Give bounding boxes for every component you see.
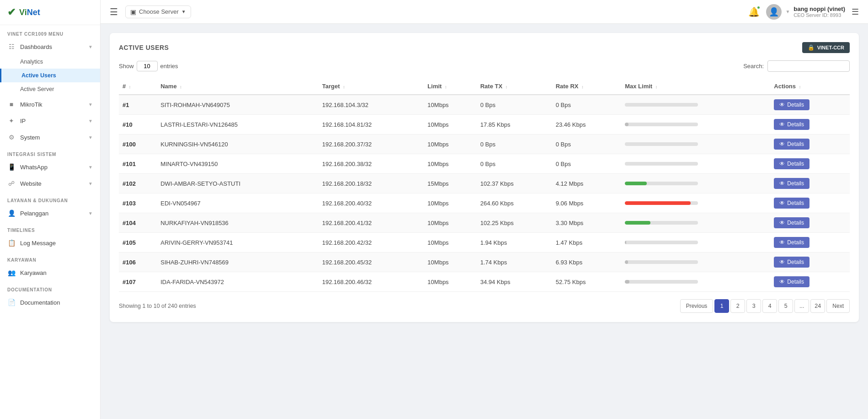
- page-btn-5[interactable]: 5: [778, 299, 793, 313]
- table-row: #105 ARIVIN-GERRY-VN953741 192.168.200.4…: [119, 233, 850, 252]
- progress-bar-container: [625, 162, 698, 166]
- next-button[interactable]: Next: [826, 299, 850, 313]
- chevron-user-icon: ▼: [785, 9, 790, 14]
- details-button[interactable]: 👁 Details: [774, 237, 809, 248]
- website-label: Website: [20, 180, 42, 187]
- sidebar-item-whatsapp[interactable]: 📱 WhatsApp ▼: [0, 159, 100, 175]
- cell-actions: 👁 Details: [770, 272, 850, 292]
- eye-icon: 👁: [779, 200, 785, 206]
- cell-limit: 10Mbps: [424, 193, 476, 213]
- col-limit: Limit ↕: [424, 78, 476, 95]
- sidebar-item-pelanggan[interactable]: 👤 Pelanggan ▼: [0, 205, 100, 221]
- integrasi-section-label: INTEGRASI SISTEM: [0, 145, 100, 159]
- hamburger-icon[interactable]: ☰: [110, 6, 118, 17]
- pagination-row: Showing 1 to 10 of 240 entries Previous1…: [119, 299, 850, 313]
- topnav-left: ☰ ▣ Choose Server ▼: [110, 5, 191, 18]
- details-button[interactable]: 👁 Details: [774, 158, 809, 169]
- cell-num: #103: [119, 193, 157, 213]
- sidebar-item-documentation[interactable]: 📄 Documentation: [0, 294, 100, 311]
- table-row: #106 SIHAB-ZUHRI-VN748569 192.168.200.45…: [119, 252, 850, 272]
- cell-actions: 👁 Details: [770, 174, 850, 193]
- sidebar-item-system[interactable]: ⚙ System ▼: [0, 129, 100, 145]
- progress-bar-container: [625, 280, 698, 284]
- details-button[interactable]: 👁 Details: [774, 99, 809, 110]
- pelanggan-icon: 👤: [7, 209, 16, 217]
- progress-bar-fill: [625, 123, 628, 126]
- details-button[interactable]: 👁 Details: [774, 198, 809, 209]
- table-row: #104 NURKAFIYAH-VN918536 192.168.200.41/…: [119, 213, 850, 233]
- page-btn-4[interactable]: 4: [762, 299, 777, 313]
- chevron-down-icon-7: ▼: [88, 211, 93, 216]
- col-rate-rx: Rate RX ↕: [552, 78, 622, 95]
- col-name: Name ↕: [157, 78, 319, 95]
- details-button[interactable]: 👁 Details: [774, 178, 809, 189]
- details-button[interactable]: 👁 Details: [774, 119, 809, 130]
- ip-icon: ✦: [7, 117, 16, 125]
- cell-limit: 10Mbps: [424, 272, 476, 292]
- cell-max-limit: [621, 154, 770, 174]
- chevron-down-icon-2: ▼: [88, 102, 93, 107]
- details-button[interactable]: 👁 Details: [774, 257, 809, 268]
- badge-label: VINET-CCR: [817, 45, 844, 50]
- choose-server-dropdown[interactable]: ▣ Choose Server ▼: [125, 5, 191, 18]
- cell-name: LASTRI-LESTARI-VN126485: [157, 115, 319, 134]
- chevron-down-icon-4: ▼: [88, 135, 93, 140]
- documentation-label: Documentation: [20, 299, 60, 306]
- sidebar-item-dashboards[interactable]: ☷ Dashboards ▼: [0, 38, 100, 55]
- website-icon: ☍: [7, 179, 16, 188]
- page-btn-1[interactable]: 1: [714, 299, 729, 313]
- cell-rate-tx: 102.37 Kbps: [477, 174, 552, 193]
- entries-input[interactable]: [137, 61, 158, 71]
- page-btn-3[interactable]: 3: [746, 299, 761, 313]
- sidebar-item-analytics[interactable]: Analytics: [0, 55, 100, 69]
- page-title: ACTIVE USERS: [119, 44, 169, 51]
- cell-limit: 10Mbps: [424, 115, 476, 134]
- user-info[interactable]: 👤 ▼ bang noppi (vinet) CEO Server ID: 89…: [766, 4, 845, 20]
- table-controls: Show entries Search:: [119, 60, 850, 72]
- cell-rate-tx: 264.60 Kbps: [477, 193, 552, 213]
- more-menu-icon[interactable]: ☰: [852, 7, 859, 17]
- page-btn-24[interactable]: 24: [810, 299, 825, 313]
- cell-rate-rx: 1.47 Kbps: [552, 233, 622, 252]
- table-header: # ↕ Name ↕ Target ↕ Limit ↕ Rate TX ↕ Ra…: [119, 78, 850, 95]
- cell-name: MINARTO-VN439150: [157, 154, 319, 174]
- previous-button[interactable]: Previous: [680, 299, 714, 313]
- sidebar-item-log-message[interactable]: 📋 Log Message: [0, 235, 100, 251]
- page-content: ACTIVE USERS 🔒 VINET-CCR Show entries Se…: [101, 24, 868, 419]
- logo-vi-icon: ✔: [7, 6, 16, 18]
- card-header: ACTIVE USERS 🔒 VINET-CCR: [119, 42, 850, 53]
- progress-bar-container: [625, 103, 698, 107]
- cell-target: 192.168.200.40/32: [319, 193, 424, 213]
- system-icon: ⚙: [7, 133, 16, 141]
- col-max-limit: Max Limit ↕: [621, 78, 770, 95]
- sidebar-item-website[interactable]: ☍ Website ▼: [0, 175, 100, 192]
- details-button[interactable]: 👁 Details: [774, 276, 809, 287]
- vinet-badge: 🔒 VINET-CCR: [802, 42, 850, 53]
- progress-bar-container: [625, 221, 698, 225]
- table-row: #107 IDA-FARIDA-VN543972 192.168.200.46/…: [119, 272, 850, 292]
- details-button[interactable]: 👁 Details: [774, 139, 809, 150]
- notification-bell[interactable]: 🔔: [748, 6, 760, 17]
- details-button[interactable]: 👁 Details: [774, 217, 809, 228]
- cell-rate-tx: 0 Bps: [477, 134, 552, 154]
- dashboard-icon: ☷: [7, 43, 16, 51]
- chevron-down-icon-6: ▼: [88, 181, 93, 186]
- avatar: 👤: [766, 4, 782, 20]
- sidebar-item-ip[interactable]: ✦ IP ▼: [0, 113, 100, 129]
- sidebar-item-karyawan[interactable]: 👥 Karyawan: [0, 264, 100, 281]
- sidebar-item-mikrotik[interactable]: ■ MikroTik ▼: [0, 96, 100, 113]
- cell-rate-rx: 0 Bps: [552, 95, 622, 115]
- cell-name: SIHAB-ZUHRI-VN748569: [157, 252, 319, 272]
- cell-max-limit: [621, 134, 770, 154]
- karyawan-label: Karyawan: [20, 269, 47, 276]
- sidebar-item-active-server[interactable]: Active Server: [0, 82, 100, 96]
- layanan-section-label: LAYANAN & DUKUNGAN: [0, 192, 100, 205]
- eye-icon: 👁: [779, 180, 785, 187]
- page-btn-2[interactable]: 2: [730, 299, 745, 313]
- search-input[interactable]: [767, 60, 850, 72]
- cell-rate-tx: 17.85 Kbps: [477, 115, 552, 134]
- cell-max-limit: [621, 252, 770, 272]
- ellipsis-page[interactable]: ...: [794, 299, 809, 313]
- cell-limit: 10Mbps: [424, 213, 476, 233]
- sidebar-item-active-users[interactable]: Active Users: [0, 69, 100, 82]
